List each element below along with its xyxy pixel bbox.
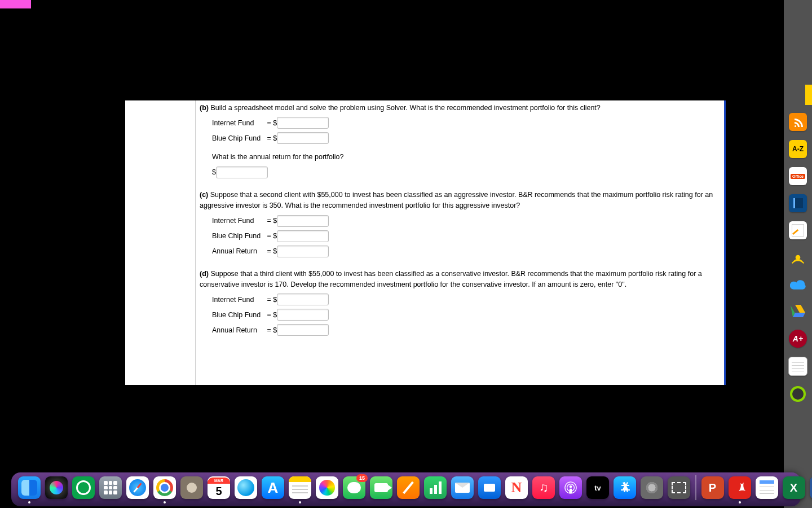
sticky-note-icon[interactable] xyxy=(789,221,807,239)
b-internet-label: Internet Fund xyxy=(212,118,265,129)
eq-sign: = xyxy=(267,246,271,257)
safari-icon[interactable] xyxy=(126,476,149,499)
part-d-label: (d) xyxy=(200,270,209,278)
c-annual-input[interactable] xyxy=(277,246,329,257)
part-b: (b) Build a spreadsheet model and solve … xyxy=(200,103,715,178)
dollar-sign: $ xyxy=(273,231,277,242)
book-icon[interactable] xyxy=(789,194,807,212)
acrobat-icon[interactable] xyxy=(729,476,751,499)
c-internet-row: Internet Fund = $ xyxy=(212,215,715,227)
d-internet-label: Internet Fund xyxy=(212,295,265,305)
part-b-text: Build a spreadsheet model and solve the … xyxy=(210,104,600,112)
news-icon[interactable]: N xyxy=(505,476,528,499)
pink-corner-tab xyxy=(0,0,31,8)
part-d: (d) Suppose that a third client with $55… xyxy=(200,269,715,336)
highlighter-tab-icon[interactable] xyxy=(805,85,812,105)
c-bluechip-row: Blue Chip Fund = $ xyxy=(212,230,715,242)
svg-point-0 xyxy=(796,256,800,260)
d-bluechip-label: Blue Chip Fund xyxy=(212,310,265,321)
pages-icon[interactable] xyxy=(397,476,420,499)
dictionary-icon[interactable]: A-Z xyxy=(789,140,807,158)
b-bluechip-input[interactable] xyxy=(277,132,329,144)
b-internet-input[interactable] xyxy=(277,117,329,129)
d-annual-label: Annual Return xyxy=(212,325,265,336)
svg-point-1 xyxy=(570,485,572,488)
office-icon[interactable]: Office xyxy=(789,167,807,185)
c-internet-input[interactable] xyxy=(277,215,329,227)
right-sidebar: A-Z Office A+ xyxy=(784,0,812,508)
eq-sign: = xyxy=(267,231,271,242)
d-internet-row: Internet Fund = $ xyxy=(212,294,715,305)
b-bluechip-row: Blue Chip Fund = $ xyxy=(212,132,715,144)
dollar-sign: $ xyxy=(273,216,277,226)
chrome-icon[interactable] xyxy=(153,476,176,499)
notes-icon[interactable] xyxy=(289,476,311,499)
d-annual-input[interactable] xyxy=(277,324,329,336)
facetime-icon[interactable] xyxy=(370,476,392,499)
podcasts-icon[interactable] xyxy=(559,476,582,499)
c-bluechip-label: Blue Chip Fund xyxy=(212,231,265,242)
d-bluechip-row: Blue Chip Fund = $ xyxy=(212,309,715,321)
screenshot-icon[interactable] xyxy=(668,476,690,499)
dollar-sign: $ xyxy=(273,246,277,257)
c-bluechip-input[interactable] xyxy=(277,230,329,242)
cloud-icon[interactable] xyxy=(789,275,807,294)
dollar-sign: $ xyxy=(273,325,277,336)
system-settings-icon[interactable] xyxy=(641,476,663,499)
window-top-blackout xyxy=(0,0,812,100)
eq-sign: = xyxy=(267,133,271,144)
b-return-input[interactable] xyxy=(216,167,268,178)
dollar-sign: $ xyxy=(273,118,277,129)
left-margin xyxy=(125,100,196,385)
rss-icon[interactable] xyxy=(789,113,807,131)
launchpad-icon[interactable] xyxy=(99,476,122,499)
keynote-icon[interactable] xyxy=(478,476,501,499)
contacts-icon[interactable] xyxy=(180,476,203,499)
b-return-row: $ xyxy=(212,167,715,178)
grade-aplus-icon[interactable]: A+ xyxy=(789,330,807,348)
d-bluechip-input[interactable] xyxy=(277,309,329,321)
numbers-icon[interactable] xyxy=(424,476,447,499)
google-drive-icon[interactable] xyxy=(789,303,807,321)
powerpoint-icon[interactable]: P xyxy=(701,476,724,499)
appstore-icon[interactable] xyxy=(614,476,636,499)
mail-icon[interactable] xyxy=(451,476,474,499)
part-d-text: Suppose that a third client with $55,000… xyxy=(200,270,702,288)
dollar-sign: $ xyxy=(273,310,277,321)
appstore-a-icon[interactable]: A xyxy=(262,476,284,499)
notepad-dock-icon[interactable] xyxy=(756,476,778,499)
music-icon[interactable]: ♫ xyxy=(532,476,555,499)
c-annual-row: Annual Return = $ xyxy=(212,246,715,257)
siri-icon[interactable] xyxy=(45,476,68,499)
part-b-label: (b) xyxy=(200,104,209,112)
excel-icon[interactable]: X xyxy=(783,476,805,499)
eq-sign: = xyxy=(267,295,271,305)
appletv-icon[interactable]: tv xyxy=(586,476,609,499)
messages-icon[interactable]: 15 xyxy=(343,476,365,499)
question-panel: (b) Build a spreadsheet model and solve … xyxy=(125,100,726,385)
d-internet-input[interactable] xyxy=(277,294,329,305)
notepad-icon[interactable] xyxy=(788,357,807,376)
eq-sign: = xyxy=(267,216,271,226)
dollar-sign: $ xyxy=(273,133,277,144)
b-internet-row: Internet Fund = $ xyxy=(212,117,715,129)
eq-sign: = xyxy=(267,325,271,336)
dollar-sign: $ xyxy=(212,167,216,178)
dock: MAR5 A 15 N ♫ tv P X W xyxy=(0,466,812,508)
part-c-label: (c) xyxy=(200,191,208,199)
part-c-text: Suppose that a second client with $55,00… xyxy=(200,191,713,209)
podcast-sidebar-icon[interactable] xyxy=(789,248,807,266)
b-bluechip-label: Blue Chip Fund xyxy=(212,133,265,144)
c-annual-label: Annual Return xyxy=(212,246,265,257)
eq-sign: = xyxy=(267,310,271,321)
photos-icon[interactable] xyxy=(316,476,338,499)
part-c: (c) Suppose that a second client with $5… xyxy=(200,190,715,257)
word-icon[interactable]: W xyxy=(810,476,813,499)
finder-icon[interactable] xyxy=(18,476,41,499)
calendar-icon[interactable]: MAR5 xyxy=(208,476,230,499)
dollar-sign: $ xyxy=(273,295,277,305)
profile-ring-icon[interactable] xyxy=(789,385,807,403)
eq-sign: = xyxy=(267,118,271,129)
record-app-icon[interactable] xyxy=(72,476,95,499)
translate-icon[interactable] xyxy=(235,476,257,499)
